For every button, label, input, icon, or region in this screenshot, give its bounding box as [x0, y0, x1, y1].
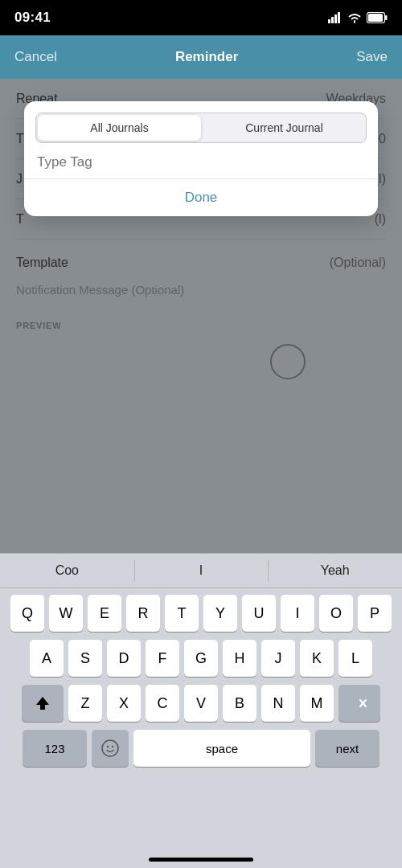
key-h[interactable]: H	[223, 640, 256, 677]
wifi-icon	[347, 12, 362, 23]
key-e[interactable]: E	[88, 595, 121, 632]
backspace-key[interactable]	[338, 685, 380, 722]
bottom-safe-area	[0, 841, 402, 868]
key-j[interactable]: J	[261, 640, 295, 677]
key-y[interactable]: Y	[203, 595, 237, 632]
status-icons	[328, 12, 388, 23]
svg-point-8	[107, 746, 109, 747]
backspace-icon	[350, 696, 369, 710]
svg-rect-5	[385, 15, 388, 20]
segment-all-journals[interactable]: All Journals	[38, 115, 201, 141]
keyboard-area: Coo I Yeah Q W E R T Y U I O P A S D F	[0, 553, 402, 868]
key-t[interactable]: T	[165, 595, 199, 632]
emoji-icon	[100, 739, 120, 758]
key-k[interactable]: K	[300, 640, 334, 677]
key-g[interactable]: G	[184, 640, 218, 677]
key-c[interactable]: C	[146, 685, 179, 722]
svg-rect-0	[328, 19, 330, 23]
key-row-3: Z X C V B N M	[3, 685, 399, 722]
svg-rect-1	[331, 17, 334, 23]
status-time: 09:41	[14, 10, 51, 26]
autocomplete-coo[interactable]: Coo	[0, 554, 134, 588]
next-key[interactable]: next	[315, 730, 379, 767]
segment-current-journal[interactable]: Current Journal	[203, 113, 366, 142]
key-z[interactable]: Z	[68, 685, 102, 722]
emoji-key[interactable]	[92, 730, 129, 767]
status-bar: 09:41	[0, 0, 402, 35]
save-button[interactable]: Save	[356, 49, 388, 65]
key-x[interactable]: X	[107, 685, 141, 722]
cancel-button[interactable]: Cancel	[14, 49, 57, 65]
done-button[interactable]: Done	[185, 190, 218, 206]
key-i[interactable]: I	[281, 595, 314, 632]
tag-input-row	[24, 151, 378, 179]
autocomplete-yeah[interactable]: Yeah	[268, 554, 402, 588]
shift-icon	[34, 694, 51, 712]
tag-dialog: All Journals Current Journal Done	[24, 101, 378, 216]
key-b[interactable]: B	[223, 685, 256, 722]
space-key[interactable]: space	[133, 730, 310, 767]
key-n[interactable]: N	[261, 685, 295, 722]
tag-input[interactable]	[37, 154, 365, 170]
main-content: Repeat Weekdays T 0 J (l) T (l) Template…	[0, 79, 402, 553]
key-w[interactable]: W	[49, 595, 83, 632]
key-r[interactable]: R	[126, 595, 160, 632]
key-row-1: Q W E R T Y U I O P	[3, 595, 399, 632]
nav-bar: Cancel Reminder Save	[0, 35, 402, 79]
svg-rect-3	[338, 12, 340, 23]
key-q[interactable]: Q	[10, 595, 44, 632]
svg-rect-2	[334, 14, 337, 23]
key-l[interactable]: L	[338, 640, 372, 677]
key-s[interactable]: S	[68, 640, 102, 677]
key-row-2: A S D F G H J K L	[3, 640, 399, 677]
keyboard-rows: Q W E R T Y U I O P A S D F G H J K L	[0, 588, 402, 841]
key-d[interactable]: D	[107, 640, 141, 677]
key-a[interactable]: A	[30, 640, 64, 677]
svg-point-9	[112, 746, 113, 747]
segmented-control[interactable]: All Journals Current Journal	[35, 113, 367, 143]
key-f[interactable]: F	[146, 640, 179, 677]
key-m[interactable]: M	[300, 685, 334, 722]
key-p[interactable]: P	[358, 595, 392, 632]
svg-point-7	[102, 740, 118, 756]
key-o[interactable]: O	[319, 595, 353, 632]
autocomplete-bar: Coo I Yeah	[0, 553, 402, 588]
key-v[interactable]: V	[184, 685, 218, 722]
num-key[interactable]: 123	[23, 730, 87, 767]
autocomplete-i[interactable]: I	[134, 554, 269, 588]
key-row-4: 123 space next	[3, 730, 399, 767]
shift-key[interactable]	[22, 685, 64, 722]
svg-rect-6	[368, 14, 383, 22]
key-u[interactable]: U	[242, 595, 276, 632]
home-indicator	[149, 858, 253, 862]
battery-icon	[367, 12, 388, 23]
signal-icon	[328, 12, 343, 23]
done-row: Done	[24, 179, 378, 216]
nav-title: Reminder	[175, 49, 238, 65]
